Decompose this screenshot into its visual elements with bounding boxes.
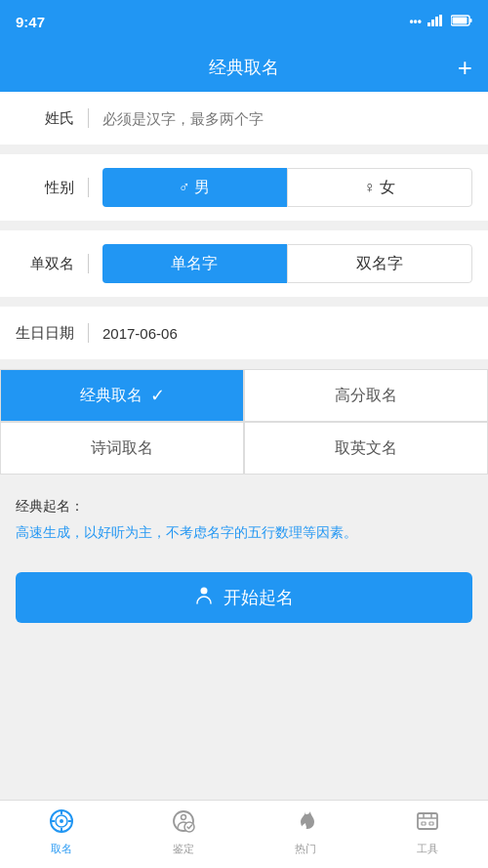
svg-rect-6: [453, 17, 468, 23]
start-naming-label: 开始起名: [224, 586, 294, 609]
hot-nav-label: 热门: [295, 842, 316, 856]
gender-female-button[interactable]: ♀ 女: [287, 168, 473, 207]
birthday-divider: [88, 323, 89, 343]
single-name-button[interactable]: 单名字: [102, 244, 287, 283]
svg-rect-0: [427, 22, 430, 26]
signal-dots-icon: •••: [409, 15, 422, 28]
status-time: 9:47: [16, 14, 45, 30]
gender-male-button[interactable]: ♂ 男: [102, 168, 287, 207]
start-button-section: 开始起名: [0, 557, 488, 639]
surname-section: 姓氏: [0, 92, 488, 145]
tools-nav-icon: [415, 808, 440, 838]
nav-item-appraise[interactable]: 鉴定: [122, 801, 244, 868]
double-name-button[interactable]: 双名字: [287, 244, 473, 283]
name-type-row: 单双名 单名字 双名字: [0, 230, 488, 297]
high-score-naming-button[interactable]: 高分取名: [244, 369, 488, 422]
start-naming-button[interactable]: 开始起名: [16, 572, 472, 623]
poem-naming-button[interactable]: 诗词取名: [0, 422, 244, 475]
description-section: 经典起名： 高速生成，以好听为主，不考虑名字的五行数理等因素。: [0, 484, 488, 557]
birthday-value: 2017-06-06: [102, 325, 472, 342]
svg-point-10: [60, 819, 63, 823]
classic-naming-button[interactable]: 经典取名 ✓: [0, 369, 244, 422]
gender-divider: [88, 178, 89, 197]
description-title: 经典起名：: [16, 498, 472, 516]
name-type-label: 单双名: [16, 255, 74, 273]
naming-nav-label: 取名: [51, 842, 72, 856]
nav-item-hot[interactable]: 热门: [244, 801, 366, 868]
status-icons: •••: [409, 15, 472, 29]
name-type-section: 单双名 单名字 双名字: [0, 230, 488, 297]
gender-row: 性别 ♂ 男 ♀ 女: [0, 154, 488, 221]
svg-rect-22: [422, 822, 426, 825]
battery-icon: [451, 15, 472, 29]
name-type-toggle-group: 单名字 双名字: [102, 244, 472, 283]
name-type-divider: [88, 254, 89, 273]
birthday-label: 生日日期: [16, 324, 74, 343]
app-header: 经典取名 +: [0, 43, 488, 92]
main-content: 姓氏 性别 ♂ 男 ♀ 女 单双名 单名字 双名字 生日日期: [0, 92, 488, 639]
checkmark-icon: ✓: [150, 385, 165, 406]
add-button[interactable]: +: [458, 53, 472, 83]
naming-nav-icon: [49, 808, 74, 838]
person-icon: [194, 586, 214, 610]
birthday-section: 生日日期 2017-06-06: [0, 307, 488, 359]
bottom-nav: 取名 鉴定 热门: [0, 800, 488, 868]
svg-rect-2: [435, 17, 438, 26]
appraise-nav-label: 鉴定: [173, 842, 194, 856]
svg-rect-5: [470, 19, 472, 22]
svg-rect-1: [431, 20, 434, 26]
svg-rect-3: [439, 15, 442, 26]
header-title: 经典取名: [209, 56, 279, 79]
svg-point-7: [201, 587, 208, 594]
surname-input[interactable]: [102, 110, 472, 127]
nav-item-tools[interactable]: 工具: [366, 801, 488, 868]
gender-toggle-group: ♂ 男 ♀ 女: [102, 168, 472, 207]
svg-rect-18: [418, 813, 437, 829]
naming-type-grid: 经典取名 ✓ 高分取名 诗词取名 取英文名: [0, 369, 488, 475]
hot-nav-icon: [293, 808, 318, 838]
tools-nav-label: 工具: [417, 842, 438, 856]
surname-row: 姓氏: [0, 92, 488, 145]
svg-point-16: [181, 815, 185, 820]
english-naming-button[interactable]: 取英文名: [244, 422, 488, 475]
svg-rect-23: [429, 822, 433, 825]
surname-label: 姓氏: [16, 109, 74, 128]
signal-bars-icon: [427, 15, 445, 29]
surname-divider: [88, 108, 89, 128]
gender-section: 性别 ♂ 男 ♀ 女: [0, 154, 488, 221]
gender-label: 性别: [16, 179, 74, 197]
status-bar: 9:47 •••: [0, 0, 488, 43]
birthday-row[interactable]: 生日日期 2017-06-06: [0, 307, 488, 359]
nav-item-naming[interactable]: 取名: [0, 801, 122, 868]
appraise-nav-icon: [171, 808, 196, 838]
description-body: 高速生成，以好听为主，不考虑名字的五行数理等因素。: [16, 521, 472, 543]
